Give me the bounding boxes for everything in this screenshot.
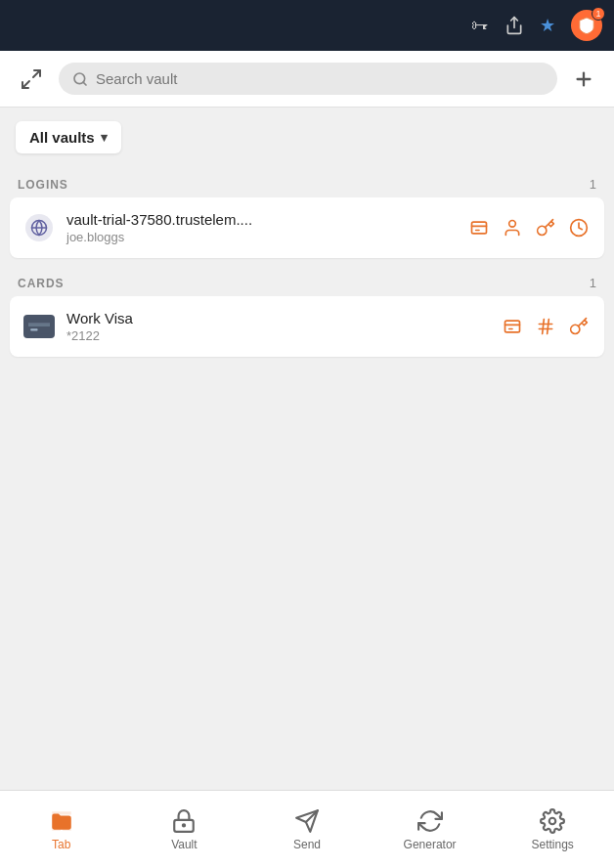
svg-point-25 <box>183 824 185 826</box>
card-item-0[interactable]: Work Visa *2122 <box>10 296 604 357</box>
card-item-subtitle-0: *2122 <box>66 328 489 343</box>
nav-send-label: Send <box>293 838 321 851</box>
logins-section-label: LOGINS <box>18 178 68 192</box>
generator-icon <box>417 808 443 834</box>
cards-section-header: CARDS 1 <box>10 262 604 296</box>
key-icon[interactable]: 🗝 <box>471 16 489 36</box>
bitwarden-avatar[interactable]: 1 <box>571 10 602 41</box>
nav-tab[interactable]: Tab <box>0 791 123 868</box>
items-list: LOGINS 1 vault-trial-37580.trustelem....… <box>0 163 614 790</box>
svg-line-1 <box>33 70 40 77</box>
settings-icon <box>540 808 565 834</box>
nav-send[interactable]: Send <box>245 791 369 868</box>
search-icon <box>72 71 88 87</box>
card-item-title-0: Work Visa <box>66 310 489 326</box>
nav-settings[interactable]: Settings <box>491 791 614 868</box>
svg-rect-9 <box>472 222 487 234</box>
nav-vault[interactable]: Vault <box>123 791 246 868</box>
autofill-icon[interactable] <box>467 216 491 239</box>
history-icon[interactable] <box>567 216 591 239</box>
svg-line-22 <box>543 320 545 334</box>
svg-point-28 <box>549 817 556 824</box>
card-item-text-0: Work Visa *2122 <box>66 310 489 343</box>
browser-bar: 🗝 ★ 1 <box>0 0 614 51</box>
svg-line-2 <box>22 81 29 88</box>
nav-tab-label: Tab <box>52 838 70 851</box>
svg-point-12 <box>509 221 516 228</box>
badge-count: 1 <box>592 7 605 21</box>
svg-line-4 <box>83 82 86 85</box>
vault-icon <box>171 808 197 834</box>
svg-rect-16 <box>30 328 37 330</box>
login-item-subtitle-0: joe.bloggs <box>66 230 456 244</box>
login-item-text-0: vault-trial-37580.trustelem.... joe.blog… <box>66 211 456 244</box>
cards-section-label: CARDS <box>18 277 64 290</box>
vault-selector-area: All vaults ▾ <box>0 108 614 163</box>
password-icon[interactable] <box>534 216 557 239</box>
popout-button[interactable] <box>16 64 47 95</box>
cards-section-count: 1 <box>590 276 596 290</box>
vault-selector-button[interactable]: All vaults ▾ <box>16 121 121 153</box>
search-bar-area <box>0 51 614 108</box>
svg-line-23 <box>548 320 549 334</box>
logins-section-count: 1 <box>590 177 596 192</box>
bottom-nav: Tab Vault Send <box>0 790 614 868</box>
nav-generator-label: Generator <box>404 838 457 851</box>
star-icon[interactable]: ★ <box>540 15 555 36</box>
card-autofill-icon[interactable] <box>501 315 524 338</box>
send-icon <box>294 808 320 834</box>
login-item-title-0: vault-trial-37580.trustelem.... <box>66 211 456 228</box>
card-number-icon[interactable] <box>534 315 557 338</box>
card-key-icon[interactable] <box>567 315 591 338</box>
login-item-actions-0 <box>467 216 591 239</box>
search-input[interactable] <box>96 70 544 87</box>
logins-section-header: LOGINS 1 <box>10 163 604 197</box>
card-item-icon-0 <box>23 311 55 342</box>
share-icon[interactable] <box>504 16 524 35</box>
add-button[interactable] <box>569 65 598 94</box>
nav-generator[interactable]: Generator <box>369 791 492 868</box>
user-icon[interactable] <box>501 216 524 239</box>
search-input-wrapper[interactable] <box>59 63 557 95</box>
chevron-down-icon: ▾ <box>101 130 108 145</box>
extension-panel: All vaults ▾ LOGINS 1 vault-trial-375 <box>0 51 614 868</box>
nav-settings-label: Settings <box>531 838 573 851</box>
vault-selector-label: All vaults <box>29 129 95 146</box>
svg-rect-17 <box>505 321 520 332</box>
card-item-actions-0 <box>501 315 591 338</box>
tab-icon <box>49 808 74 834</box>
login-item-icon-0 <box>23 212 55 243</box>
login-item-0[interactable]: vault-trial-37580.trustelem.... joe.blog… <box>10 197 604 258</box>
globe-icon <box>25 214 53 241</box>
nav-vault-label: Vault <box>171 838 197 851</box>
svg-rect-15 <box>28 323 50 326</box>
bw-logo-text <box>578 17 595 34</box>
